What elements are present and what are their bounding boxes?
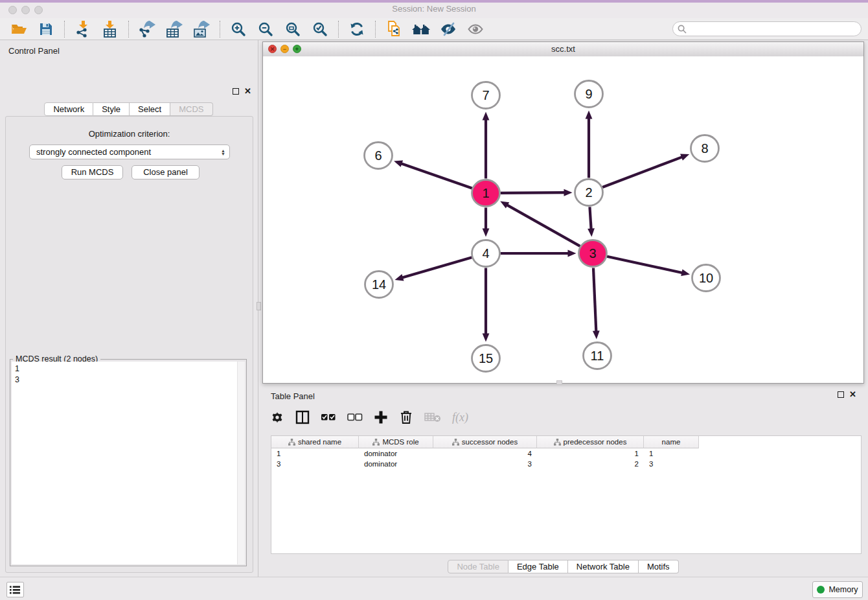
clone-network-icon[interactable] [383, 19, 404, 39]
network-window-titlebar[interactable]: ✕ − + scc.txt [263, 42, 863, 57]
select-stepper-icon: ▲▼ [221, 149, 225, 156]
graph-edge-1-2[interactable] [500, 192, 565, 193]
export-table-icon[interactable] [164, 19, 185, 39]
sort-tree-icon [372, 439, 380, 446]
network-canvas[interactable]: 7968124314101511 [263, 56, 863, 383]
table-cell[interactable]: 3 [271, 459, 359, 469]
search-input[interactable] [689, 23, 861, 36]
close-panel-button[interactable]: Close panel [131, 165, 200, 179]
tab-node-table[interactable]: Node Table [448, 560, 508, 573]
column-header-predecessor-nodes[interactable]: predecessor nodes [537, 436, 644, 448]
hide-columns-icon[interactable] [347, 410, 363, 424]
graph-node-label: 15 [479, 351, 493, 365]
graph-edge-3-11[interactable] [593, 268, 596, 332]
column-header-shared-name[interactable]: shared name [271, 436, 359, 448]
zoom-in-icon[interactable] [228, 19, 249, 39]
export-network-icon[interactable] [137, 19, 157, 39]
graph-edge-4-14[interactable] [401, 257, 472, 278]
graph-edge-3-10[interactable] [607, 257, 683, 273]
column-header-name[interactable]: name [644, 436, 699, 448]
graph-node-label: 6 [374, 148, 382, 163]
float-panel-icon[interactable] [233, 88, 239, 95]
open-folder-icon[interactable] [8, 19, 29, 39]
home-icon[interactable] [411, 19, 431, 39]
graph-edge-2-3[interactable] [589, 207, 591, 230]
table-cell[interactable]: dominator [359, 448, 433, 459]
hide-panel-eye-icon[interactable] [438, 19, 459, 39]
graph-edge-3-1[interactable] [506, 204, 580, 246]
toolbar-separator [128, 21, 129, 38]
control-panel-title: Control Panel [8, 46, 60, 56]
split-columns-icon[interactable] [295, 410, 310, 424]
graph-edge-arrowhead [483, 334, 490, 342]
memory-button[interactable]: Memory [812, 581, 863, 598]
zoom-fit-icon[interactable] [282, 19, 303, 39]
tab-network-table[interactable]: Network Table [568, 560, 639, 573]
settings-gear-icon[interactable] [270, 410, 284, 424]
graph-edge-arrowhead [681, 270, 690, 277]
tab-edge-table[interactable]: Edge Table [508, 560, 568, 573]
graph-edge-arrowhead [394, 161, 403, 167]
tab-network[interactable]: Network [44, 102, 93, 116]
tab-style[interactable]: Style [93, 102, 130, 116]
graph-node-label: 3 [589, 246, 596, 260]
criterion-select[interactable]: strongly connected component ▲▼ [29, 144, 230, 159]
tab-motifs[interactable]: Motifs [639, 560, 679, 573]
graph-edge-arrowhead [564, 189, 572, 196]
toolbar-separator [338, 21, 339, 38]
node-table[interactable]: shared nameMCDS rolesuccessor nodesprede… [271, 435, 862, 554]
result-line: 1 [12, 362, 245, 375]
table-cell[interactable]: 3 [644, 459, 699, 469]
criterion-value: strongly connected component [36, 147, 151, 157]
search-icon [678, 25, 687, 34]
table-row[interactable]: 1dominator411 [271, 448, 861, 459]
delete-column-icon[interactable] [399, 410, 413, 425]
import-table-icon[interactable] [100, 19, 120, 39]
table-cell[interactable]: 1 [644, 448, 699, 459]
graph-edge-arrowhead [586, 111, 593, 119]
table-header-row[interactable]: shared nameMCDS rolesuccessor nodesprede… [271, 436, 861, 448]
table-cell[interactable]: 2 [537, 459, 644, 469]
task-history-button[interactable] [6, 582, 24, 597]
table-cell[interactable]: dominator [359, 459, 433, 469]
run-mcds-button[interactable]: Run MCDS [62, 165, 123, 179]
result-scrollbar[interactable] [237, 362, 245, 564]
refresh-icon[interactable] [347, 19, 367, 39]
close-panel-icon[interactable]: ✕ [244, 87, 251, 96]
graph-edge-arrowhead [394, 274, 404, 281]
mcds-result-textarea[interactable]: 13 [12, 362, 245, 564]
table-cell[interactable]: 3 [433, 459, 537, 469]
close-table-panel-icon[interactable]: ✕ [849, 390, 856, 399]
table-cell[interactable]: 1 [537, 448, 644, 459]
show-columns-icon[interactable] [321, 410, 336, 424]
tab-mcds[interactable]: MCDS [170, 102, 212, 116]
search-box[interactable] [672, 21, 862, 36]
graph-edge-2-8[interactable] [602, 157, 683, 187]
table-body[interactable]: 1dominator4113dominator323 [271, 448, 861, 469]
graph-edge-arrowhead [680, 154, 689, 161]
graph-edge-arrowhead [483, 112, 490, 121]
tab-select[interactable]: Select [130, 102, 170, 116]
show-eye-icon[interactable] [465, 19, 486, 39]
list-icon [9, 584, 21, 595]
column-header-successor-nodes[interactable]: successor nodes [433, 436, 537, 448]
control-panel-tabs: NetworkStyleSelectMCDS [0, 102, 257, 116]
table-cell[interactable]: 1 [271, 448, 359, 459]
graph-node-label: 7 [482, 88, 489, 102]
horizontal-splitter-handle[interactable] [556, 380, 562, 385]
column-header-MCDS-role[interactable]: MCDS role [359, 436, 433, 448]
table-row[interactable]: 3dominator323 [271, 459, 861, 469]
window-top-edge [0, 0, 868, 3]
table-panel: Table Panel ✕ f(x) shared nameMCDS roles… [262, 386, 864, 577]
create-column-icon[interactable] [374, 410, 388, 424]
table-cell[interactable]: 4 [433, 448, 537, 459]
toolbar-separator [220, 21, 220, 38]
zoom-selected-icon[interactable] [310, 19, 330, 39]
export-image-icon[interactable] [191, 19, 212, 39]
float-table-panel-icon[interactable] [838, 391, 844, 398]
zoom-out-icon[interactable] [255, 19, 276, 39]
save-icon[interactable] [36, 19, 56, 39]
import-network-icon[interactable] [73, 19, 93, 39]
graph-edge-1-6[interactable] [400, 163, 472, 189]
vertical-splitter-handle[interactable] [257, 302, 261, 310]
